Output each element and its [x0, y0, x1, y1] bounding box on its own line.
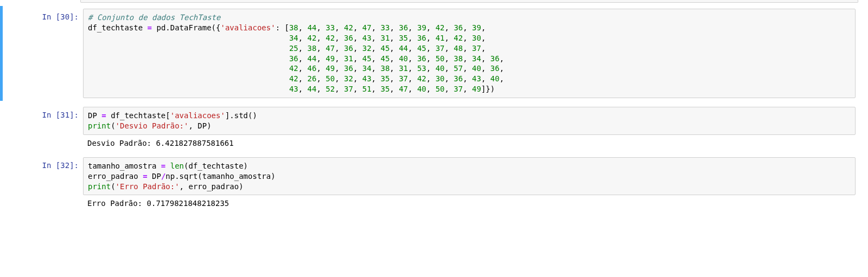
output-text: Desvio Padrão: 6.421827887581661: [87, 138, 851, 149]
cell-output: Desvio Padrão: 6.421827887581661: [83, 135, 856, 149]
pad: [88, 85, 289, 93]
code-input[interactable]: tamanho_amostra = len(df_techtaste) erro…: [83, 157, 856, 196]
input-prompt: In [31]:: [3, 107, 83, 120]
row2: 25, 38, 47, 36, 32, 45, 44, 45, 37, 48, …: [289, 44, 486, 53]
code-input[interactable]: DP = df_techtaste['avaliacoes'].std() pr…: [83, 107, 856, 135]
code-cell-31[interactable]: In [31]: DP = df_techtaste['avaliacoes']…: [0, 104, 868, 151]
row4: 42, 46, 49, 36, 34, 38, 31, 53, 40, 57, …: [289, 64, 504, 73]
pad: [88, 64, 289, 73]
code-input[interactable]: # Conjunto de dados TechTaste df_techtas…: [83, 9, 856, 98]
jupyter-notebook: In [30]: # Conjunto de dados TechTaste d…: [0, 0, 868, 211]
row3: 36, 44, 49, 31, 45, 45, 40, 36, 50, 38, …: [289, 54, 504, 63]
row6: 43, 44, 52, 37, 51, 35, 47, 40, 50, 37, …: [289, 85, 495, 93]
code-text[interactable]: # Conjunto de dados TechTaste df_techtas…: [88, 12, 851, 94]
input-prompt: In [32]:: [3, 157, 83, 170]
output-text: Erro Padrão: 0.7179821848218235: [87, 198, 851, 209]
code-cell-30[interactable]: In [30]: # Conjunto de dados TechTaste d…: [0, 6, 868, 101]
code-cell-32[interactable]: In [32]: tamanho_amostra = len(df_techta…: [0, 154, 868, 212]
row5: 42, 26, 50, 32, 43, 35, 37, 42, 30, 36, …: [289, 74, 504, 83]
pad: [88, 74, 289, 83]
pad: [88, 54, 289, 63]
code-text[interactable]: tamanho_amostra = len(df_techtaste) erro…: [88, 161, 851, 192]
pad: [88, 34, 289, 42]
output-prompt: .: [3, 135, 83, 148]
prev-cell-edge: [80, 0, 858, 3]
row1: 34, 42, 42, 36, 43, 31, 35, 36, 41, 42, …: [289, 34, 486, 42]
cell-output: Erro Padrão: 0.7179821848218235: [83, 195, 856, 209]
pad: [88, 44, 289, 53]
row0: 38, 44, 33, 42, 47, 33, 36, 39, 42, 36, …: [289, 23, 486, 32]
input-prompt: In [30]:: [3, 9, 83, 22]
code-text[interactable]: DP = df_techtaste['avaliacoes'].std() pr…: [88, 111, 851, 131]
output-prompt: .: [3, 195, 83, 208]
